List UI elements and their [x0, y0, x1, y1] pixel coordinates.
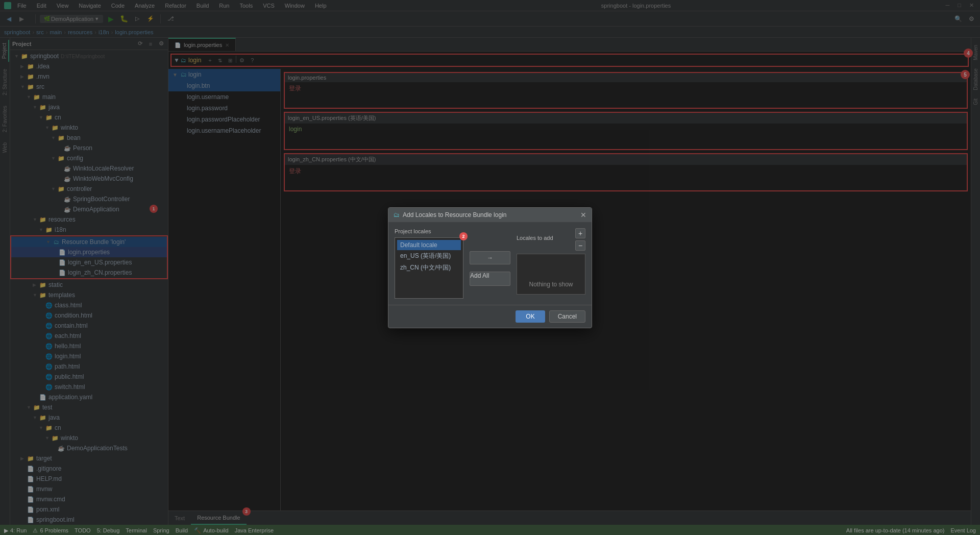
locale-en-us[interactable]: en_US (英语/美国)	[397, 250, 461, 262]
nothing-to-show-area: Nothing to show	[517, 254, 585, 295]
modal-project-locales-col: Project locales Default locale en_US (英语…	[395, 228, 463, 299]
minus-btn[interactable]: −	[575, 240, 585, 251]
modal-footer: OK Cancel	[388, 305, 592, 328]
add-locale-btn[interactable]: →	[470, 251, 510, 264]
ok-btn[interactable]: OK	[516, 310, 545, 323]
modal-title-bar: 🗂 Add Locales to Resource Bundle login ✕	[388, 208, 592, 222]
nothing-to-show-text: Nothing to show	[529, 281, 573, 288]
modal-locales-to-add-col: Locales to add + − Nothing to show	[517, 228, 585, 299]
badge-2: 2	[459, 232, 468, 240]
plus-btn[interactable]: +	[575, 228, 585, 238]
modal-overlay[interactable]: 🗂 Add Locales to Resource Bundle login ✕…	[0, 0, 980, 535]
modal-title: 🗂 Add Locales to Resource Bundle login	[394, 211, 506, 218]
modal-add-locales: 🗂 Add Locales to Resource Bundle login ✕…	[388, 207, 592, 328]
modal-close-btn[interactable]: ✕	[580, 211, 586, 219]
locales-to-add-header: Locales to add + −	[517, 228, 585, 251]
locale-zh-cn[interactable]: zh_CN (中文/中国)	[397, 262, 461, 274]
modal-arrow-col: → Add All	[470, 228, 510, 299]
locales-to-add-label: Locales to add	[517, 235, 553, 241]
locale-list: Default locale en_US (英语/美国) zh_CN (中文/中…	[395, 237, 463, 299]
modal-body: Project locales Default locale en_US (英语…	[388, 222, 592, 305]
modal-content-row: Project locales Default locale en_US (英语…	[395, 228, 585, 299]
arrow-btns: → Add All	[470, 251, 510, 286]
locale-default[interactable]: Default locale	[397, 240, 461, 250]
modal-bundle-icon: 🗂	[394, 211, 400, 218]
plus-minus-btns: + −	[575, 228, 585, 251]
cancel-btn[interactable]: Cancel	[549, 310, 585, 323]
project-locales-label: Project locales	[395, 228, 463, 234]
add-all-btn[interactable]: Add All	[470, 272, 510, 286]
